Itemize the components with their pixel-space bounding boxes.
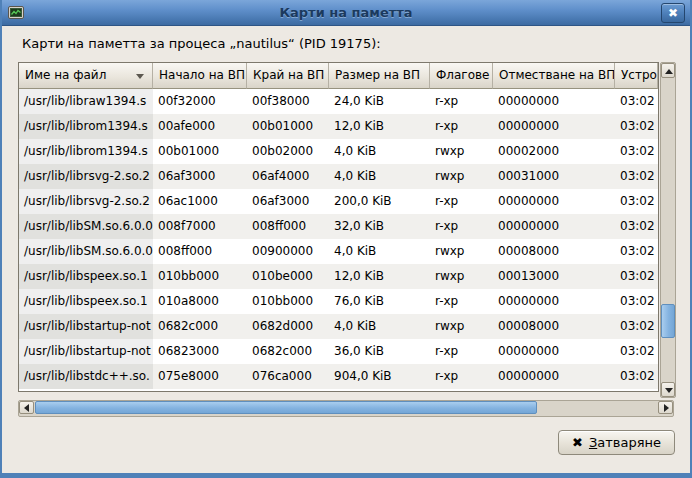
table-row[interactable]: /usr/lib/libstartup-not068230000682c0003…	[19, 339, 658, 364]
column-header-vm-start[interactable]: Начало на ВП	[153, 63, 247, 89]
cell-start: 00afe000	[153, 114, 247, 139]
cell-offset: 00000000	[493, 189, 615, 214]
cell-device: 03:02	[615, 264, 658, 289]
close-x-icon: ✖	[572, 435, 583, 450]
sort-descending-icon	[136, 74, 144, 79]
table-body: /usr/lib/libraw1394.s00f3200000f3800024,…	[19, 89, 658, 389]
cell-start: 075e8000	[153, 364, 247, 389]
cell-end: 0682c000	[247, 339, 329, 364]
window-title: Карти на паметта	[2, 5, 690, 20]
right-arrow-icon	[664, 404, 669, 412]
cell-name: /usr/lib/librom1394.s	[19, 139, 153, 164]
table-row[interactable]: /usr/lib/libSM.so.6.0.0008f7000008ff0003…	[19, 214, 658, 239]
cell-device: 03:02	[615, 214, 658, 239]
column-header-label: Име на файл	[25, 68, 106, 82]
close-dialog-button[interactable]: ✖ Затваряне	[558, 430, 675, 455]
cell-flags: r-xp	[430, 189, 493, 214]
down-arrow-icon	[665, 388, 673, 393]
cell-device: 03:02	[615, 139, 658, 164]
cell-name: /usr/lib/librom1394.s	[19, 114, 153, 139]
cell-flags: rwxp	[430, 139, 493, 164]
cell-device: 03:02	[615, 339, 658, 364]
cell-name: /usr/lib/libstartup-not	[19, 314, 153, 339]
cell-name: /usr/lib/libspeex.so.1	[19, 289, 153, 314]
cell-start: 010a8000	[153, 289, 247, 314]
column-header-filename[interactable]: Име на файл	[19, 63, 153, 89]
cell-name: /usr/lib/librsvg-2.so.2	[19, 164, 153, 189]
cell-size: 36,0 KiB	[329, 339, 430, 364]
cell-size: 32,0 KiB	[329, 214, 430, 239]
cell-size: 200,0 KiB	[329, 189, 430, 214]
cell-name: /usr/lib/libSM.so.6.0.0	[19, 239, 153, 264]
table-row[interactable]: /usr/lib/libraw1394.s00f3200000f3800024,…	[19, 89, 658, 114]
cell-offset: 00000000	[493, 289, 615, 314]
table-header-row: Име на файл Начало на ВП Край на ВП Разм…	[19, 63, 658, 89]
cell-flags: rwxp	[430, 164, 493, 189]
cell-start: 06ac1000	[153, 189, 247, 214]
column-header-vm-end[interactable]: Край на ВП	[247, 63, 329, 89]
horizontal-scrollbar[interactable]	[18, 400, 674, 417]
column-header-label: Край на ВП	[253, 68, 324, 82]
scroll-right-button[interactable]	[658, 401, 673, 414]
up-arrow-icon	[665, 69, 673, 74]
titlebar[interactable]: Карти на паметта ✖	[2, 0, 690, 26]
cell-device: 03:02	[615, 314, 658, 339]
cell-offset: 00000000	[493, 214, 615, 239]
column-header-vm-size[interactable]: Размер на ВП	[329, 63, 430, 89]
column-header-flags[interactable]: Флагове	[430, 63, 493, 89]
table-row[interactable]: /usr/lib/libSM.so.6.0.0008ff000009000004…	[19, 239, 658, 264]
cell-start: 010bb000	[153, 264, 247, 289]
table-row[interactable]: /usr/lib/libspeex.so.1010bb000010be00012…	[19, 264, 658, 289]
column-header-label: Начало на ВП	[159, 68, 245, 82]
memory-maps-table: Име на файл Начало на ВП Край на ВП Разм…	[18, 62, 659, 392]
cell-size: 12,0 KiB	[329, 264, 430, 289]
cell-offset: 00000000	[493, 339, 615, 364]
scroll-left-button[interactable]	[19, 401, 34, 414]
table-row[interactable]: /usr/lib/librom1394.s00b0100000b020004,0…	[19, 139, 658, 164]
table-row[interactable]: /usr/lib/librom1394.s00afe00000b0100012,…	[19, 114, 658, 139]
column-header-label: Размер на ВП	[335, 68, 420, 82]
close-button-label: Затваряне	[589, 435, 661, 450]
cell-offset: 00000000	[493, 114, 615, 139]
cell-end: 00f38000	[247, 89, 329, 114]
cell-size: 24,0 KiB	[329, 89, 430, 114]
column-header-vm-offset[interactable]: Отместване на ВП	[493, 63, 615, 89]
cell-name: /usr/lib/libraw1394.s	[19, 89, 153, 114]
memory-maps-dialog: Карти на паметта ✖ Карти на паметта за п…	[0, 0, 692, 478]
vertical-scrollbar[interactable]	[660, 62, 676, 398]
cell-flags: rwxp	[430, 314, 493, 339]
cell-size: 76,0 KiB	[329, 289, 430, 314]
cell-offset: 00031000	[493, 164, 615, 189]
cell-flags: r-xp	[430, 214, 493, 239]
cell-offset: 00008000	[493, 239, 615, 264]
cell-device: 03:02	[615, 114, 658, 139]
scroll-down-button[interactable]	[661, 382, 675, 397]
cell-name: /usr/lib/libstdc++.so.	[19, 364, 153, 389]
cell-end: 010be000	[247, 264, 329, 289]
table-row[interactable]: /usr/lib/libstdc++.so.075e8000076ca00090…	[19, 364, 658, 389]
window-close-button[interactable]: ✖	[661, 3, 685, 23]
cell-name: /usr/lib/libspeex.so.1	[19, 264, 153, 289]
cell-start: 00b01000	[153, 139, 247, 164]
system-monitor-icon[interactable]	[7, 4, 25, 22]
cell-offset: 00008000	[493, 314, 615, 339]
cell-size: 12,0 KiB	[329, 114, 430, 139]
cell-end: 06af4000	[247, 164, 329, 189]
cell-start: 06af3000	[153, 164, 247, 189]
cell-start: 008f7000	[153, 214, 247, 239]
table-row[interactable]: /usr/lib/libstartup-not0682c0000682d0004…	[19, 314, 658, 339]
process-description-label: Карти на паметта за процеса „nautilus“ (…	[22, 36, 381, 51]
left-arrow-icon	[24, 404, 29, 412]
cell-start: 06823000	[153, 339, 247, 364]
cell-name: /usr/lib/libstartup-not	[19, 339, 153, 364]
column-header-device[interactable]: Устройство	[615, 63, 658, 89]
scroll-up-button[interactable]	[661, 63, 675, 78]
table-row[interactable]: /usr/lib/libspeex.so.1010a8000010bb00076…	[19, 289, 658, 314]
cell-end: 00b02000	[247, 139, 329, 164]
vertical-scrollbar-thumb[interactable]	[661, 304, 675, 338]
cell-device: 03:02	[615, 164, 658, 189]
table-row[interactable]: /usr/lib/librsvg-2.so.206ac100006af30002…	[19, 189, 658, 214]
table-row[interactable]: /usr/lib/librsvg-2.so.206af300006af40004…	[19, 164, 658, 189]
cell-start: 00f32000	[153, 89, 247, 114]
horizontal-scrollbar-thumb[interactable]	[35, 401, 537, 414]
